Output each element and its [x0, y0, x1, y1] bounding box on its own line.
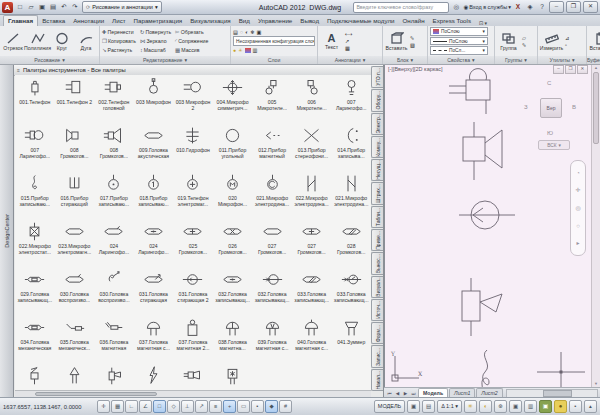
palette-item[interactable]: 033.Головка записывающ...	[331, 267, 371, 315]
annotation-visibility-button[interactable]: ✳	[464, 400, 477, 413]
tab-Визуализация[interactable]: Визуализация	[186, 16, 235, 26]
designcenter-bar[interactable]: DesignCenter	[0, 64, 14, 398]
last-layout-button[interactable]: ⏭	[410, 391, 417, 396]
first-layout-button[interactable]: ⏮	[386, 391, 393, 396]
tray-bulb-icon[interactable]: ●	[554, 400, 567, 413]
drawing-symbol-circle-arrow[interactable]	[459, 196, 515, 234]
quick-view-layouts-button[interactable]: ▣	[407, 400, 420, 413]
showmotion-icon[interactable]: ▸	[576, 240, 579, 246]
panel-layers-caption[interactable]: Слои	[231, 56, 317, 64]
panel-annotation-caption[interactable]: Аннотации▾	[318, 56, 382, 64]
layer-color-swatch[interactable]	[245, 48, 251, 53]
palette-item[interactable]: 037.Головка магнитная с...	[134, 315, 174, 363]
linetype-select[interactable]: ПоСл... ▾	[430, 46, 488, 55]
palette-item[interactable]: 023.Микрофо электромагн...	[55, 219, 95, 267]
status-toggle-9[interactable]: ≡	[209, 400, 222, 413]
layer-bulb-icon[interactable]: ●	[233, 47, 236, 53]
steering-wheel-icon[interactable]: ◔	[576, 170, 580, 176]
insert-block-button[interactable]: Вставить	[385, 32, 408, 51]
status-toggle-14[interactable]: #	[279, 400, 292, 413]
tab-Аннотации[interactable]: Аннотации	[69, 16, 108, 26]
pan-icon[interactable]: ✛	[575, 187, 580, 193]
palette-item[interactable]: 013.Прибор стереофони...	[292, 123, 332, 171]
leader-icon[interactable]: ↗	[345, 38, 352, 44]
palette-item[interactable]: 019.Телефон электромаг...	[173, 171, 213, 219]
draw-Отрезок-button[interactable]: Отрезок	[2, 32, 24, 51]
wcs-dropdown[interactable]: ВСК▾	[538, 140, 570, 150]
layer-off-icon[interactable]: ◌	[240, 29, 243, 35]
palette-item[interactable]: 016.Прибор стирающий	[55, 171, 95, 219]
exchange-icon[interactable]: X	[513, 2, 523, 12]
palette-tab-[interactable]: Комму...	[371, 136, 383, 158]
toolbar-lock-button[interactable]: ▣	[509, 400, 522, 413]
palette-item[interactable]: 037.Головка магнитная 2...	[173, 315, 213, 363]
group-edit-icon[interactable]: ✎	[522, 42, 526, 48]
panel-utilities-caption[interactable]: Утилиты▾	[538, 56, 586, 64]
ungroup-icon[interactable]: ▱	[522, 35, 526, 41]
panel-groups-caption[interactable]: Группы▾	[495, 56, 537, 64]
annotation-scale-button[interactable]: Δ 1:1 ▾	[437, 400, 462, 413]
palette-item[interactable]: 024 Ларингофо...	[94, 219, 134, 267]
viewcube[interactable]: С Ю З В Вер	[522, 80, 578, 136]
modify-Массив-button[interactable]: ▦Массив	[175, 46, 208, 55]
status-toggle-5[interactable]: □	[153, 400, 166, 413]
viewcube-west[interactable]: З	[524, 104, 528, 110]
zoom-icon[interactable]: ◎	[575, 205, 580, 211]
palette-tab-[interactable]: Штрих...	[371, 182, 383, 204]
close-button[interactable]: ✕	[583, 1, 598, 13]
next-layout-button[interactable]: ▶	[402, 391, 409, 396]
tab-Вывод[interactable]: Вывод	[296, 16, 323, 26]
palette-item[interactable]: 027 Громкогов...	[252, 219, 292, 267]
layer-match-icon[interactable]: ▥	[253, 47, 258, 53]
viewport-controls[interactable]: [-][Вверху][2D каркас]	[388, 66, 443, 72]
modify-Масштаб-button[interactable]: ↕Масштаб	[140, 46, 171, 55]
tab-Подключаемые модули[interactable]: Подключаемые модули	[323, 16, 398, 26]
palette-item[interactable]: 008 Громкогов...	[94, 123, 134, 171]
scroll-up-icon[interactable]: ▲	[592, 64, 600, 72]
sign-in-button[interactable]: ◉ Вход в службы ▾	[463, 4, 511, 10]
palette-item[interactable]	[134, 363, 174, 391]
palette-tab-[interactable]: Табли...	[371, 206, 383, 228]
viewcube-top-face[interactable]: Вер	[540, 98, 562, 118]
palette-item[interactable]: 022.Микрофо электродина...	[292, 171, 332, 219]
object-color-select[interactable]: ПоСлою ▾	[430, 27, 488, 36]
palette-item[interactable]: 026 Громкогов...	[213, 219, 253, 267]
palette-item[interactable]: 017.Прибор записываю...	[94, 171, 134, 219]
palette-tab-[interactable]: Электр...	[371, 113, 383, 135]
palette-item[interactable]: 011.Прибор угольный	[213, 123, 253, 171]
tab-Онлайн[interactable]: Онлайн	[398, 16, 428, 26]
drawing-symbol-rect-horn[interactable]	[457, 278, 509, 336]
status-toggle-3[interactable]: ∟	[125, 400, 138, 413]
modify-Обрезать-button[interactable]: ✂Обрезать	[175, 28, 208, 37]
dimension-icon[interactable]: ⟷	[345, 31, 352, 37]
palette-item[interactable]: 021.Микрофо электродина...	[252, 171, 292, 219]
drawing-symbol-speaker[interactable]	[457, 122, 509, 180]
status-toggle-10[interactable]: +	[223, 400, 236, 413]
palette-item[interactable]: 007 Ларингофо...	[331, 75, 371, 123]
panel-block-caption[interactable]: Блок▾	[383, 56, 427, 64]
status-toggle-2[interactable]: ▦	[111, 400, 124, 413]
palette-tab-[interactable]: Вынос...	[371, 252, 383, 274]
ucs-icon[interactable]: YX	[387, 350, 425, 386]
palette-item[interactable]: 004.Микрофо симметрич...	[213, 75, 253, 123]
communication-center-icon[interactable]: ◈	[525, 2, 535, 12]
block-attrib-icon[interactable]: ▧	[410, 42, 415, 48]
palette-tab-[interactable]: УГО п...	[371, 66, 383, 88]
palette-item[interactable]: 033.Головка записывающ...	[292, 267, 332, 315]
viewcube-north[interactable]: С	[547, 80, 551, 86]
cleanscreen-button[interactable]: ▪	[569, 400, 582, 413]
paste-button[interactable]: Вставить	[589, 32, 600, 51]
save-icon[interactable]: ▣	[37, 2, 47, 12]
palette-item[interactable]: 031.Головка стирающая	[134, 267, 174, 315]
palette-item[interactable]: 027 Громкогов...	[292, 219, 332, 267]
tab-Лист[interactable]: Лист	[108, 16, 129, 26]
palette-item[interactable]: 032.Головка записывающ...	[252, 267, 292, 315]
status-toggle-8[interactable]: ↗	[195, 400, 208, 413]
palette-item[interactable]: 036.Головка магнитная	[94, 315, 134, 363]
draw-Полилиния-button[interactable]: Полилиния	[26, 32, 49, 51]
modify-Сопряжение-button[interactable]: ◜Сопряжение	[175, 37, 208, 46]
palette-item[interactable]: 010.Гидрофон	[173, 123, 213, 171]
palette-item[interactable]: 001.Телефон	[15, 75, 55, 123]
palette-tab-[interactable]: Обору...	[371, 89, 383, 111]
palette-item[interactable]: 030.Головка воспроизво...	[94, 267, 134, 315]
